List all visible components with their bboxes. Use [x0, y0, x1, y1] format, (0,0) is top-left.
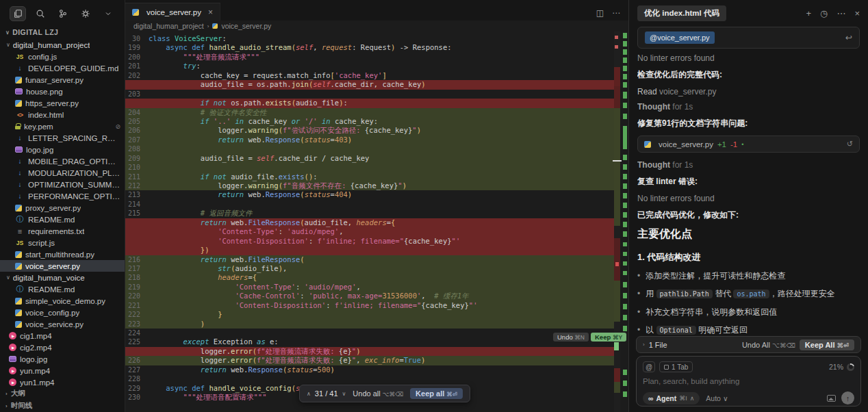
code-line-added[interactable]: 221 'Content-Disposition': f'inline; fil… [125, 301, 614, 310]
code-line-added[interactable]: 212 logger.warning(f"音频文件不存在: {cache_key… [125, 181, 614, 190]
code-line-added[interactable]: 222 } [125, 310, 614, 319]
code-line-added[interactable]: 204 # 验证文件名安全性 [125, 108, 614, 117]
tree-item[interactable]: ▶cig1.mp4 [0, 330, 125, 342]
code-line-added[interactable]: 226 logger.error(f"处理音频流请求失败: {e}", exc_… [125, 356, 614, 365]
close-icon[interactable]: × [208, 8, 213, 17]
code-line[interactable]: 224 [125, 329, 614, 337]
context-file-chip[interactable]: @voice_server.py [645, 31, 715, 44]
code-line-deleted[interactable]: return web.FileResponse(audio_file, head… [125, 218, 614, 227]
tree-item[interactable]: logo.jpg [0, 144, 125, 155]
code-line-added[interactable]: 208 [125, 144, 614, 153]
input-placeholder[interactable]: Plan, search, build anything [643, 377, 854, 385]
tree-item[interactable]: ↓MODULARIZATION_PLAN.md [0, 167, 125, 179]
code-line[interactable]: 30class VoiceServer: [125, 34, 614, 43]
code-line-deleted[interactable]: if not os.path.exists(audio_file): [125, 99, 614, 107]
code-line-deleted[interactable]: 'Content-Disposition': f'inline; filenam… [125, 237, 614, 246]
code-line-added[interactable]: 205 if '..' in cache_key or '/' in cache… [125, 117, 614, 126]
send-button[interactable]: ↑ [841, 391, 854, 404]
more-actions-icon[interactable]: ⋯ [612, 8, 620, 18]
tree-item[interactable]: ▶yun1.mp4 [0, 376, 125, 388]
tree-folder[interactable]: ∨digital_human_voice [0, 272, 125, 283]
tree-item[interactable]: ↓DEVELOPER_GUIDE.md [0, 62, 125, 74]
tree-item[interactable]: start_multithread.py [0, 248, 125, 260]
next-change-icon[interactable]: ∨ [342, 391, 346, 397]
outline-section[interactable]: › 大纲 [0, 387, 125, 400]
keep-all-button[interactable]: Keep all ⌘⏎ [410, 388, 463, 399]
new-chat-icon[interactable]: + [806, 8, 811, 18]
explorer-icon[interactable] [10, 6, 26, 21]
code-line[interactable]: 227 return web.Response(status=500) [125, 365, 614, 374]
model-selector[interactable]: Auto ∨ [706, 394, 728, 402]
tree-item[interactable]: ↓OPTIMIZATION_SUMMARY.... [0, 179, 125, 190]
prev-change-icon[interactable]: ∧ [307, 391, 311, 397]
code-line-added[interactable]: 218 headers={ [125, 273, 614, 282]
mention-button[interactable]: @ [643, 361, 655, 372]
code-line-added[interactable]: 207 return web.Response(status=403) [125, 136, 614, 144]
code-line-deleted[interactable]: 'Content-Type': 'audio/mpeg', [125, 227, 614, 236]
code-line-added[interactable]: 216 return web.FileResponse( [125, 255, 614, 264]
minimap[interactable] [614, 31, 620, 412]
tree-item[interactable]: ⓘREADME.md [0, 283, 125, 295]
code-line-added[interactable]: 219 'Content-Type': 'audio/mpeg', [125, 283, 614, 292]
tree-item[interactable]: <>index.html [0, 109, 125, 120]
search-icon[interactable] [32, 6, 49, 21]
more-icon[interactable]: ⋯ [837, 8, 845, 18]
code-line-added[interactable]: 210 [125, 163, 614, 172]
code-line-deleted[interactable]: }) [125, 246, 614, 255]
split-editor-icon[interactable]: ◫ [596, 8, 604, 18]
attach-image-icon[interactable] [827, 395, 836, 402]
code-line-added[interactable]: 223 ) [125, 320, 614, 329]
breadcrumb[interactable]: digital_human_project › voice_server.py [125, 21, 628, 31]
code-line-deleted[interactable]: audio_file = os.path.join(self.cache_dir… [125, 80, 614, 89]
tree-item[interactable]: funasr_server.py [0, 74, 125, 86]
code-line-added[interactable]: 206 logger.warning(f"尝试访问不安全路径: {cache_k… [125, 126, 614, 135]
code-line[interactable]: 202 cache_key = request.match_info['cach… [125, 71, 614, 80]
tree-folder[interactable]: ∨digital_human_project [0, 39, 125, 51]
tree-item[interactable]: ≡requirements.txt [0, 225, 125, 237]
code-line[interactable]: 201 try: [125, 62, 614, 70]
restore-icon[interactable]: ↺ [847, 140, 853, 149]
tree-item[interactable]: ↓MOBILE_DRAG_OPTIMIZATI... [0, 155, 125, 167]
tree-item[interactable]: simple_voice_demo.py [0, 295, 125, 307]
files-count[interactable]: 1 File [649, 341, 667, 349]
context-box[interactable]: @voice_server.py ↩ [637, 27, 860, 49]
tree-item[interactable]: proxy_server.py [0, 202, 125, 214]
tree-item[interactable]: ⓘREADME.md [0, 214, 125, 225]
tree-item[interactable]: voice_config.py [0, 307, 125, 318]
code-line[interactable]: 228 [125, 374, 614, 383]
tree-item[interactable]: ▶cig2.mp4 [0, 342, 125, 353]
tree-item[interactable]: ↓PERFORMANCE_OPTIMIZA... [0, 190, 125, 202]
undo-hook-icon[interactable]: ↩ [845, 33, 852, 42]
tree-item[interactable]: JSscript.js [0, 237, 125, 248]
tab-voice-server[interactable]: voice_server.py × [125, 3, 220, 21]
undo-button[interactable]: Undo ⌘N [553, 333, 589, 342]
code-line[interactable]: 225 except Exception as e: [125, 337, 614, 346]
code-line-added[interactable]: 211 if not audio_file.exists(): [125, 172, 614, 181]
source-control-icon[interactable] [55, 6, 71, 21]
close-icon[interactable]: × [854, 8, 860, 18]
code-line[interactable]: 215 # 返回音频文件 [125, 209, 614, 218]
tree-item[interactable]: ↓LETTER_SPACING_REMOV... [0, 132, 125, 144]
undo-all-button[interactable]: Undo all ⌥⌘⌫ [353, 389, 403, 398]
chat-input-card[interactable]: @ 1 Tab 21% Plan, search, build anything… [636, 356, 861, 407]
code-line[interactable]: 203 [125, 90, 614, 99]
tree-item[interactable]: ▶yun.mp4 [0, 365, 125, 376]
keep-all-button[interactable]: Keep All ⌘⏎ [800, 339, 854, 350]
tab-context-chip[interactable]: 1 Tab [659, 361, 693, 372]
chat-title-tab[interactable]: 优化 index.html 代码 [637, 5, 726, 21]
settings-gear-icon[interactable] [77, 6, 94, 21]
code-line-added[interactable]: 217 str(audio_file), [125, 264, 614, 273]
tree-item[interactable]: voice_server.py [0, 260, 125, 272]
code-line-deleted[interactable]: logger.error(f"处理音频流请求失败: {e}") [125, 347, 614, 356]
code-line-added[interactable]: 209 audio_file = self.cache_dir / cache_… [125, 154, 614, 163]
code-line[interactable]: 199 async def handle_audio_stream(self, … [125, 43, 614, 52]
code-editor[interactable]: 30class VoiceServer:199 async def handle… [125, 31, 628, 412]
tree-item[interactable]: JSconfig.js [0, 51, 125, 62]
history-icon[interactable]: ◷ [820, 8, 828, 18]
chevron-down-icon[interactable] [100, 6, 116, 21]
agent-mode-selector[interactable]: ∞ Agent ⌘I ∧ [643, 392, 700, 404]
workspace-header[interactable]: ∨ DIGITAL LZJ [0, 25, 125, 39]
tree-item[interactable]: voice_service.py [0, 318, 125, 330]
tree-item[interactable]: logo.jpg [0, 353, 125, 365]
code-line[interactable]: 200 """处理音频流请求""" [125, 53, 614, 62]
